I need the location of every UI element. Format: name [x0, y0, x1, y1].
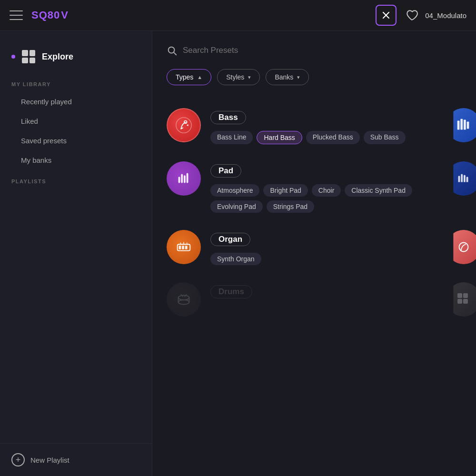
svg-rect-11	[178, 177, 180, 183]
organ-icon-circle[interactable]	[167, 230, 201, 264]
tag-choir[interactable]: Choir	[312, 184, 341, 197]
tag-bass-line[interactable]: Bass Line	[210, 131, 253, 144]
bass-tags: Bass Line Hard Bass Plucked Bass Sub Bas…	[210, 131, 462, 144]
svg-rect-30	[463, 293, 468, 298]
tag-hard-bass[interactable]: Hard Bass	[257, 131, 302, 144]
organ-category-name[interactable]: Organ	[210, 233, 250, 246]
search-input[interactable]	[183, 46, 462, 55]
sidebar-item-my-banks[interactable]: My banks	[0, 150, 152, 170]
svg-rect-8	[460, 119, 463, 130]
svg-rect-16	[179, 246, 181, 249]
main-content: Types ▲ Styles ▾ Banks ▾	[152, 31, 476, 476]
svg-rect-31	[457, 299, 462, 304]
styles-chevron-icon: ▾	[248, 74, 251, 80]
bass-icon-circle[interactable]	[167, 108, 201, 142]
svg-rect-18	[185, 246, 188, 249]
tag-atmosphere[interactable]: Atmosphere	[210, 184, 259, 197]
menu-icon[interactable]	[10, 10, 23, 20]
category-pad: Pad Atmosphere Bright Pad Choir Classic …	[152, 153, 476, 221]
category-drums: Drums	[152, 274, 476, 325]
tag-evolving-pad[interactable]: Evolving Pad	[210, 200, 263, 213]
svg-point-4	[176, 118, 191, 133]
explore-grid-icon	[22, 50, 35, 63]
plus-icon: +	[11, 453, 25, 466]
svg-rect-32	[463, 299, 468, 304]
drums-category-name[interactable]: Drums	[210, 285, 252, 298]
organ-content: Organ Synth Organ	[210, 230, 462, 265]
filter-styles-button[interactable]: Styles ▾	[217, 69, 260, 85]
new-playlist-button[interactable]: + New Playlist	[0, 443, 152, 476]
logo-sq80: SQ80	[31, 9, 60, 21]
tag-synth-organ[interactable]: Synth Organ	[210, 253, 261, 265]
drums-icon-circle[interactable]	[167, 282, 201, 317]
tag-bright-pad[interactable]: Bright Pad	[263, 184, 307, 197]
svg-rect-17	[182, 246, 184, 249]
drums-content: Drums	[210, 282, 462, 305]
sidebar-item-liked[interactable]: Liked	[0, 111, 152, 131]
explore-label: Explore	[42, 52, 73, 62]
tag-strings-pad[interactable]: Strings Pad	[267, 200, 314, 213]
svg-point-26	[178, 300, 189, 305]
close-button[interactable]	[376, 5, 397, 26]
playlists-section: PLAYLISTS	[0, 170, 152, 189]
svg-rect-12	[181, 174, 183, 183]
heart-button[interactable]	[403, 7, 420, 24]
search-bar	[167, 45, 462, 56]
filters-bar: Types ▲ Styles ▾ Banks ▾	[167, 69, 462, 85]
my-library-section: MY LIBRARY	[0, 73, 152, 92]
sidebar-item-saved-presets[interactable]: Saved presets	[0, 131, 152, 150]
categories-list: Bass Bass Line Hard Bass Plucked Bass Su…	[152, 99, 476, 335]
svg-rect-9	[464, 120, 466, 130]
types-chevron-icon: ▲	[197, 74, 202, 80]
svg-line-3	[174, 52, 176, 55]
banks-chevron-icon: ▾	[297, 74, 300, 80]
filter-banks-label: Banks	[275, 73, 293, 81]
filter-styles-label: Styles	[226, 73, 244, 81]
tag-plucked-bass[interactable]: Plucked Bass	[306, 131, 360, 144]
filter-types-button[interactable]: Types ▲	[167, 69, 211, 85]
svg-rect-10	[467, 121, 469, 129]
svg-rect-13	[184, 175, 186, 183]
search-icon	[167, 45, 177, 56]
tag-classic-synth-pad[interactable]: Classic Synth Pad	[345, 184, 412, 197]
bass-category-name[interactable]: Bass	[210, 111, 246, 124]
pad-content: Pad Atmosphere Bright Pad Choir Classic …	[210, 161, 462, 213]
filter-types-label: Types	[176, 73, 193, 81]
category-bass: Bass Bass Line Hard Bass Plucked Bass Su…	[152, 99, 476, 153]
sidebar-item-explore[interactable]: Explore	[0, 45, 152, 73]
sidebar-item-recently-played[interactable]: Recently played	[0, 92, 152, 111]
svg-point-23	[178, 295, 189, 300]
svg-rect-7	[457, 121, 460, 130]
active-indicator	[11, 55, 15, 59]
topbar: SQ80V 04_Modulato	[0, 0, 476, 31]
svg-rect-14	[187, 173, 188, 183]
preset-name: 04_Modulato	[425, 11, 466, 20]
pad-category-name[interactable]: Pad	[210, 164, 241, 178]
category-organ: Organ Synth Organ	[152, 221, 476, 274]
svg-point-22	[459, 243, 468, 252]
tag-sub-bass[interactable]: Sub Bass	[364, 131, 406, 144]
pad-tags: Atmosphere Bright Pad Choir Classic Synt…	[210, 184, 462, 213]
new-playlist-label: New Playlist	[30, 456, 69, 464]
sidebar: Explore MY LIBRARY Recently played Liked…	[0, 31, 152, 476]
main-layout: Explore MY LIBRARY Recently played Liked…	[0, 31, 476, 476]
pad-icon-circle[interactable]	[167, 161, 201, 196]
organ-tags: Synth Organ	[210, 253, 462, 265]
bass-content: Bass Bass Line Hard Bass Plucked Bass Su…	[210, 108, 462, 144]
app-logo: SQ80V	[31, 9, 69, 21]
filter-banks-button[interactable]: Banks ▾	[266, 69, 309, 85]
svg-rect-29	[457, 293, 462, 298]
